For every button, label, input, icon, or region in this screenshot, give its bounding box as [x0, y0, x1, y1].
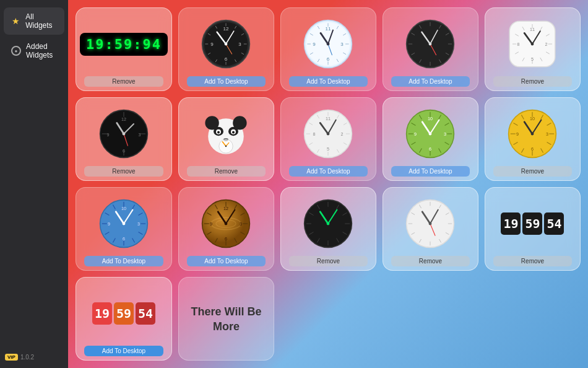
add-to-desktop-button[interactable]: Add To Desktop — [391, 166, 470, 177]
svg-text:11: 11 — [530, 27, 535, 32]
add-to-desktop-button[interactable]: Add To Desktop — [289, 76, 368, 87]
svg-text:3: 3 — [239, 42, 242, 47]
svg-text:3: 3 — [444, 131, 446, 137]
svg-text:3: 3 — [240, 221, 242, 227]
add-to-desktop-button[interactable]: Add To Desktop — [289, 166, 368, 177]
clock-area: 11 2 5 8 — [285, 103, 372, 165]
analog-clock-svg: 10 3 6 9 — [99, 199, 149, 248]
added-icon: ● — [11, 45, 21, 56]
analog-clock-svg: 11 2 5 8 — [508, 19, 557, 69]
svg-text:9: 9 — [414, 131, 417, 137]
analog-clock-svg: 10 3 6 9 — [405, 109, 455, 159]
panda-svg — [201, 109, 251, 159]
remove-button[interactable]: Remove — [187, 166, 266, 177]
svg-text:11: 11 — [326, 116, 331, 121]
empty-cell-1 — [280, 277, 376, 361]
widget-card-minimal-white: Remove — [383, 187, 478, 271]
widget-card-flip-dark: 19 59 54 Remove — [485, 187, 581, 271]
widget-card-white-rounded: 11 2 5 8 Remove — [485, 7, 581, 91]
svg-text:12: 12 — [121, 116, 126, 122]
clock-svg: 11 3 6 9 — [303, 19, 353, 69]
sidebar-added-widgets-label: Added Widgets — [26, 42, 57, 59]
remove-button[interactable]: Remove — [84, 76, 163, 87]
remove-button[interactable]: Remove — [84, 166, 163, 177]
svg-text:9: 9 — [211, 42, 214, 47]
widget-card-panda: Remove — [178, 97, 274, 181]
widget-card-more-text: There Will Be More — [178, 277, 274, 361]
remove-button[interactable]: Remove — [493, 76, 572, 87]
analog-clock-svg: 12 3 6 9 — [99, 109, 149, 159]
remove-button[interactable]: Remove — [289, 256, 368, 266]
svg-text:3: 3 — [139, 132, 141, 138]
clock-area: 19 59 54 — [489, 193, 576, 255]
clock-area: 19:59:94 — [80, 13, 168, 75]
widget-card-dark-green: Remove — [280, 187, 376, 271]
add-to-desktop-button[interactable]: Add To Desktop — [84, 256, 163, 266]
svg-text:9: 9 — [106, 132, 109, 138]
flip-clock-display: 19 59 54 — [501, 212, 564, 235]
remove-button[interactable]: Remove — [391, 256, 470, 266]
empty-cell-2 — [383, 277, 478, 361]
flip-hour-colored: 19 — [92, 302, 112, 325]
svg-point-226 — [327, 222, 330, 226]
svg-text:5: 5 — [531, 56, 534, 62]
clock-svg — [303, 199, 353, 248]
clock-area: 12 3 6 9 — [183, 13, 270, 75]
clock-area: 12 3 6 9 — [80, 103, 168, 165]
flip-minute-colored: 59 — [114, 302, 134, 325]
svg-text:12: 12 — [223, 26, 229, 32]
clock-svg: 10 3 6 9 — [508, 109, 557, 159]
add-to-desktop-button[interactable]: Add To Desktop — [84, 346, 163, 356]
svg-point-188 — [123, 222, 126, 226]
svg-point-103 — [232, 131, 235, 134]
svg-text:6: 6 — [123, 236, 125, 242]
svg-text:6: 6 — [531, 146, 534, 152]
svg-text:9: 9 — [313, 42, 316, 47]
clock-area: 11 2 5 8 — [489, 13, 576, 75]
remove-button[interactable]: Remove — [493, 256, 572, 266]
clock-area — [183, 103, 270, 165]
svg-point-243 — [429, 222, 432, 226]
clock-area: 19 59 54 — [80, 283, 168, 344]
add-to-desktop-button[interactable]: Add To Desktop — [187, 256, 266, 266]
svg-text:6: 6 — [225, 236, 227, 242]
analog-clock-svg — [405, 199, 455, 248]
clock-svg — [405, 199, 455, 248]
svg-point-168 — [531, 133, 534, 136]
widget-card-white2: 11 2 5 8 Add To Desktop — [280, 97, 376, 181]
clock-svg: 10 3 6 9 — [405, 109, 455, 159]
svg-text:11: 11 — [326, 26, 331, 32]
add-to-desktop-button[interactable]: Add To Desktop — [391, 76, 470, 87]
svg-text:9: 9 — [516, 131, 519, 137]
flip-clock-colored-display: 19 59 54 — [92, 302, 155, 325]
svg-text:10: 10 — [428, 116, 433, 121]
clock-svg: 10 3 6 9 — [99, 199, 149, 248]
flip-hour: 19 — [501, 212, 521, 235]
add-to-desktop-button[interactable]: Add To Desktop — [187, 76, 266, 87]
svg-point-21 — [225, 43, 228, 46]
widget-card-analog-blue-white: 11 3 6 9 Add To Desktop — [280, 7, 376, 91]
widget-card-digital-green: 19:59:94 Remove — [76, 7, 172, 91]
vip-badge: VIP — [5, 354, 18, 361]
widget-card-wooden: 12 3 6 9 Add To Desktop — [178, 187, 274, 271]
widget-card-analog-dark2: Add To Desktop — [383, 7, 478, 91]
widget-card-green: 10 3 6 9 Add To Desktop — [383, 97, 478, 181]
clock-svg: 12 3 6 9 — [201, 199, 251, 248]
sidebar-item-added-widgets[interactable]: ● Added Widgets — [4, 37, 64, 64]
panda-clock-svg — [201, 109, 251, 159]
svg-point-108 — [225, 146, 227, 147]
clock-svg: 11 2 5 8 — [508, 19, 557, 69]
sidebar-item-all-widgets[interactable]: ★ All Widgets — [4, 7, 64, 35]
text-area: There Will Be More — [183, 283, 270, 356]
clock-svg: 11 2 5 8 — [303, 109, 353, 159]
svg-text:9: 9 — [210, 221, 212, 227]
sidebar: ★ All Widgets ● Added Widgets VIP 1.0.2 — [0, 0, 68, 368]
empty-cell-3 — [485, 277, 581, 361]
svg-point-60 — [429, 43, 432, 46]
analog-clock-svg — [405, 19, 455, 69]
flip-second-colored: 54 — [136, 302, 155, 325]
svg-text:3: 3 — [341, 42, 344, 47]
remove-button[interactable]: Remove — [493, 166, 572, 177]
clock-area: 10 3 6 9 — [387, 103, 474, 165]
clock-area: 10 3 6 9 — [80, 193, 168, 255]
